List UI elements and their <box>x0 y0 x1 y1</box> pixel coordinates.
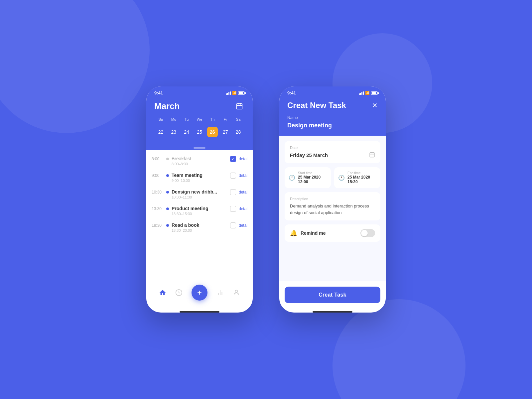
date-card: Date Friday 25 March <box>285 141 380 163</box>
date-26-active[interactable]: 26 <box>206 125 219 139</box>
start-time-label: Start time <box>298 171 327 175</box>
nav-clock-button[interactable] <box>175 289 183 296</box>
task-actions-5: detal <box>230 222 247 228</box>
task-item-design: 10:30 Densign new dribb... 10:30–11:30 d… <box>146 186 253 202</box>
bell-icon: 🔔 <box>290 229 297 237</box>
week-dates: 22 23 24 25 26 27 28 <box>154 125 245 139</box>
clock-icon <box>175 289 183 296</box>
date-28[interactable]: 28 <box>232 125 245 139</box>
month-title: March <box>154 101 180 111</box>
task-actions-1: detal <box>230 156 247 162</box>
nav-add-button[interactable]: + <box>192 285 207 301</box>
bottom-nav: + <box>146 281 253 309</box>
battery-icon <box>238 91 245 95</box>
task-name-4: Product meeting <box>172 206 227 211</box>
nav-profile-button[interactable] <box>233 289 240 296</box>
task-item-product-meeting: 13:30 Product meeting 13:30–15:30 detal <box>146 202 253 219</box>
weekday-tu: Tu <box>180 117 193 122</box>
weekday-sa: Sa <box>232 117 245 122</box>
task-item-read: 18:30 Read a book 18:30–20:00 detal <box>146 219 253 236</box>
task-checkbox-4[interactable] <box>230 206 236 212</box>
date-27[interactable]: 27 <box>219 125 232 139</box>
task-checkbox-2[interactable] <box>230 173 236 179</box>
desc-value: Demand analysis and interaction process … <box>290 203 375 216</box>
time-row: 🕐 Start time 25 Mar 2020 12:00 🕐 End tim… <box>285 167 380 188</box>
date-label: Date <box>290 146 375 150</box>
chart-icon <box>216 289 224 296</box>
end-time-content: End time 25 Mar 2020 15:20 <box>347 171 376 184</box>
task-content-4: Product meeting 13:30–15:30 <box>172 206 227 216</box>
name-value: Design meeting <box>287 122 378 129</box>
clock-icon-start: 🕐 <box>289 175 295 181</box>
start-time-value: 25 Mar 2020 12:00 <box>298 175 327 184</box>
name-label: Name <box>287 115 378 120</box>
weekday-fr: Fr <box>219 117 232 122</box>
task-time-1: 8:00 <box>152 156 164 161</box>
status-bar-2: 9:41 📶 <box>279 86 386 98</box>
home-icon <box>159 289 166 296</box>
battery-icon-2 <box>371 91 378 95</box>
task-detail-2[interactable]: detal <box>239 173 247 178</box>
task-content-5: Read a book 18:30–20:00 <box>172 222 227 232</box>
status-icons-1: 📶 <box>226 91 245 95</box>
task-dot-3 <box>166 191 169 194</box>
task-range-3: 10:30–11:30 <box>172 195 227 199</box>
calendar-toggle-button[interactable] <box>234 101 245 111</box>
start-time-card[interactable]: 🕐 Start time 25 Mar 2020 12:00 <box>285 167 331 188</box>
task-detail-3[interactable]: detal <box>239 190 247 195</box>
status-bar-1: 9:41 📶 <box>146 86 253 98</box>
task-detail-5[interactable]: detal <box>239 223 247 228</box>
clock-icon-end: 🕐 <box>338 175 345 181</box>
description-card: Description Demand analysis and interact… <box>285 192 380 220</box>
task-actions-4: detal <box>230 206 247 212</box>
weekday-mo: Mo <box>167 117 180 122</box>
end-time-label: End time <box>347 171 376 175</box>
task-range-2: 9:00–10:00 <box>172 179 227 183</box>
svg-rect-9 <box>370 153 374 157</box>
task-name-1: Breakfast <box>172 156 227 161</box>
date-23[interactable]: 23 <box>167 125 180 139</box>
date-24[interactable]: 24 <box>180 125 193 139</box>
create-task-title-row: Creat New Task ✕ <box>287 101 378 110</box>
task-name-2: Team meeting <box>172 173 227 178</box>
wifi-icon-2: 📶 <box>365 91 370 95</box>
home-indicator-2 <box>313 311 352 313</box>
weekday-th: Th <box>206 117 219 122</box>
create-task-button[interactable]: Creat Task <box>285 287 380 303</box>
date-25[interactable]: 25 <box>193 125 206 139</box>
signal-icon <box>226 91 231 95</box>
phone-create-task: 9:41 📶 Creat New Task ✕ Name Design meet… <box>279 86 386 313</box>
task-detail-1[interactable]: detal <box>239 157 247 161</box>
status-time-1: 9:41 <box>154 90 163 95</box>
task-checkbox-3[interactable] <box>230 189 236 195</box>
date-22[interactable]: 22 <box>154 125 167 139</box>
nav-chart-button[interactable] <box>216 289 224 296</box>
nav-home-button[interactable] <box>159 289 166 296</box>
close-button[interactable]: ✕ <box>372 101 378 109</box>
task-time-4: 13:30 <box>152 206 164 211</box>
profile-icon <box>233 289 240 296</box>
signal-icon-2 <box>359 91 364 95</box>
task-checkbox-5[interactable] <box>230 222 236 228</box>
phones-container: 9:41 📶 March <box>146 86 386 313</box>
task-name-3: Densign new dribb... <box>172 189 227 195</box>
date-calendar-button[interactable] <box>369 152 375 159</box>
date-value-row: Friday 25 March <box>290 152 375 159</box>
task-dot-5 <box>166 224 169 227</box>
svg-point-8 <box>235 290 238 293</box>
start-time-content: Start time 25 Mar 2020 12:00 <box>298 171 327 184</box>
bg-decoration-1 <box>0 0 150 133</box>
task-dot-1 <box>166 158 169 160</box>
task-item-team-meeting: 9:00 Team meeting 9:00–10:00 detal <box>146 169 253 186</box>
create-task-area: Creat Task <box>279 281 386 309</box>
end-time-card[interactable]: 🕐 End time 25 Mar 2020 15:20 <box>334 167 380 188</box>
remind-toggle[interactable] <box>360 229 375 237</box>
desc-label: Description <box>290 197 375 201</box>
weekday-headers: Su Mo Tu We Th Fr Sa <box>154 117 245 122</box>
task-form-body: Date Friday 25 March 🕐 Start time <box>279 136 386 281</box>
phone-calendar: 9:41 📶 March <box>146 86 253 313</box>
task-time-5: 18:30 <box>152 222 164 228</box>
task-checkbox-1[interactable] <box>230 156 236 162</box>
remind-label: Remind me <box>301 230 326 236</box>
task-detail-4[interactable]: detal <box>239 206 247 211</box>
